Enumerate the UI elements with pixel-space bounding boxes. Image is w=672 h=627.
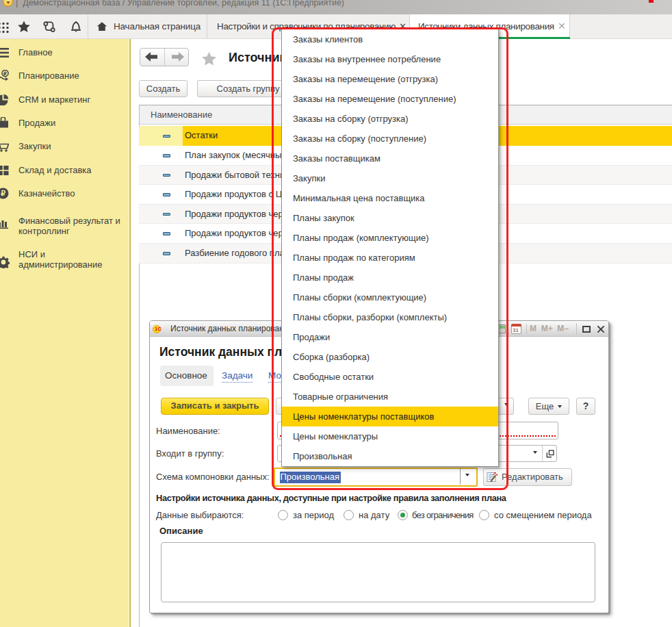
svg-text:₽: ₽ (3, 71, 7, 77)
svg-text:₽: ₽ (1, 189, 5, 197)
